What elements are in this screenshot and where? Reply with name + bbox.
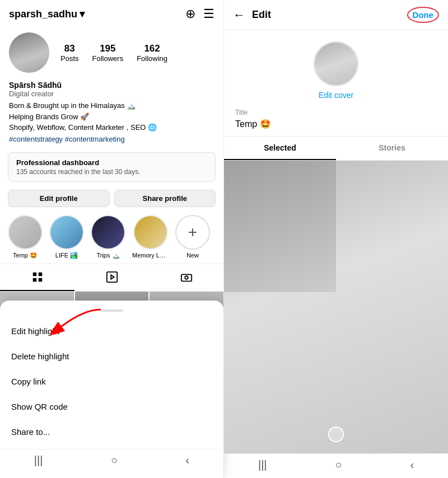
highlight-temp[interactable]: Temp 🤩 (8, 215, 43, 259)
menu-share-to[interactable]: Share to... (0, 419, 223, 444)
followers-label: Followers (92, 54, 124, 63)
highlight-new[interactable]: + New (175, 215, 210, 259)
tab-selected[interactable]: Selected (224, 137, 336, 160)
tab-tagged[interactable] (149, 264, 223, 291)
bio-role: Digital creator (9, 90, 214, 98)
bio-section: Spārsh Sādhū Digital creator Born & Brou… (0, 79, 223, 148)
posts-label: Posts (60, 54, 79, 63)
stat-followers[interactable]: 195 Followers (92, 43, 124, 63)
avatar-image (9, 32, 49, 73)
avatar (9, 32, 49, 73)
menu-copy-link[interactable]: Copy link (0, 369, 223, 394)
tab-stories-label: Stories (379, 143, 405, 152)
following-count: 162 (144, 43, 160, 54)
highlight-life-label: LIFE 🏞️ (55, 252, 78, 259)
username-text: sparsh_sadhu (9, 8, 77, 20)
svg-marker-5 (111, 275, 114, 279)
edit-cover-button[interactable]: Edit cover (319, 91, 353, 100)
tab-selected-label: Selected (264, 143, 296, 152)
title-field-label: Title (235, 109, 437, 116)
edit-title: Edit (252, 9, 407, 21)
following-label: Following (137, 54, 167, 63)
left-panel: sparsh_sadhu ▾ ⊕ ☰ 83 Posts 195 Follower… (0, 0, 224, 478)
story-thumbnail-small (224, 161, 336, 292)
menu-edit-highlight[interactable]: Edit highlight (0, 318, 223, 344)
share-profile-button[interactable]: Share profile (114, 190, 216, 207)
cover-image (315, 43, 357, 85)
highlight-new-label: New (186, 252, 199, 259)
posts-count: 83 (64, 43, 75, 54)
nav-home-icon[interactable]: ○ (111, 454, 118, 467)
bio-hashtags[interactable]: #contentstrategy #contentmarketing (9, 135, 214, 143)
stat-following[interactable]: 162 Following (137, 43, 167, 63)
left-nav-bar: ||| ○ ‹ (0, 449, 223, 474)
stat-posts: 83 Posts (60, 43, 79, 63)
ig-header: sparsh_sadhu ▾ ⊕ ☰ (0, 0, 223, 28)
right-nav-back-icon[interactable]: ‹ (410, 458, 414, 471)
add-post-button[interactable]: ⊕ (185, 7, 195, 21)
highlight-temp-label: Temp 🤩 (13, 252, 38, 259)
title-section: Title Temp 🤩 (224, 106, 448, 137)
highlight-life[interactable]: LIFE 🏞️ (49, 215, 84, 259)
profile-section: 83 Posts 195 Followers 162 Following (0, 28, 223, 79)
highlight-memory[interactable]: Memory Lane... (132, 215, 169, 259)
svg-rect-1 (38, 272, 41, 275)
content-tabs: Selected Stories (224, 137, 448, 161)
story-select-circle[interactable] (328, 427, 344, 442)
svg-rect-0 (32, 272, 36, 275)
bottom-sheet-handle (101, 310, 123, 312)
bio-line2: Helping Brands Grow 🚀 (9, 113, 89, 121)
svg-rect-3 (38, 278, 41, 281)
edit-profile-button[interactable]: Edit profile (8, 190, 110, 207)
dashboard-subtitle: 135 accounts reached in the last 30 days… (16, 168, 207, 176)
nav-back-icon[interactable]: ‹ (186, 454, 190, 467)
svg-point-6 (185, 276, 188, 279)
bottom-sheet: Edit highlight Delete highlight Copy lin… (0, 301, 223, 478)
back-button[interactable]: ← (233, 8, 245, 22)
highlights-row: Temp 🤩 LIFE 🏞️ Trips 🏔️ Memory Lane... +… (0, 210, 223, 264)
tab-stories[interactable]: Stories (336, 137, 448, 160)
done-button[interactable]: Done (407, 7, 440, 23)
highlight-life-circle (49, 215, 84, 250)
cover-circle (314, 41, 358, 86)
action-buttons: Edit profile Share profile (0, 186, 223, 210)
highlight-trips-label: Trips 🏔️ (96, 252, 119, 259)
followers-count: 195 (100, 43, 115, 54)
tab-grid[interactable] (0, 264, 74, 291)
highlight-trips[interactable]: Trips 🏔️ (91, 215, 125, 259)
menu-show-qr[interactable]: Show QR code (0, 394, 223, 419)
profile-tab-bar (0, 264, 223, 292)
bio-line3: Shopify, Webflow, Content Marketer , SEO… (9, 123, 157, 132)
nav-menu-icon: ||| (34, 454, 43, 467)
edit-header: ← Edit Done (224, 0, 448, 30)
bio-line1: Born & Brought up in the Himalayas 🏔️ (9, 101, 136, 110)
right-nav-menu-icon: ||| (258, 458, 267, 471)
title-field-value[interactable]: Temp 🤩 (235, 119, 437, 129)
tab-reels[interactable] (74, 264, 149, 291)
highlight-new-plus: + (175, 215, 210, 250)
bio-name: Spārsh Sādhū (9, 81, 214, 90)
chevron-down-icon: ▾ (80, 8, 85, 20)
cover-section: Edit cover (224, 30, 448, 106)
username-header[interactable]: sparsh_sadhu ▾ (9, 8, 85, 20)
bio-text: Born & Brought up in the Himalayas 🏔️ He… (9, 100, 214, 133)
right-nav-bar: ||| ○ ‹ (224, 453, 448, 478)
stats-row: 83 Posts 195 Followers 162 Following (60, 43, 214, 63)
highlight-memory-circle (133, 215, 168, 250)
highlight-temp-circle (8, 215, 43, 250)
header-icons: ⊕ ☰ (185, 7, 214, 21)
menu-delete-highlight[interactable]: Delete highlight (0, 344, 223, 369)
story-content (224, 161, 448, 453)
highlight-memory-label: Memory Lane... (132, 252, 169, 259)
svg-rect-2 (32, 278, 36, 281)
dashboard-banner[interactable]: Professional dashboard 135 accounts reac… (8, 152, 216, 182)
svg-rect-4 (106, 271, 116, 282)
menu-button[interactable]: ☰ (203, 7, 214, 21)
highlight-trips-circle (91, 215, 125, 250)
right-nav-home-icon[interactable]: ○ (335, 458, 342, 471)
dashboard-title: Professional dashboard (16, 158, 207, 167)
right-panel: ← Edit Done Edit cover Title Temp 🤩 Sele… (224, 0, 448, 478)
